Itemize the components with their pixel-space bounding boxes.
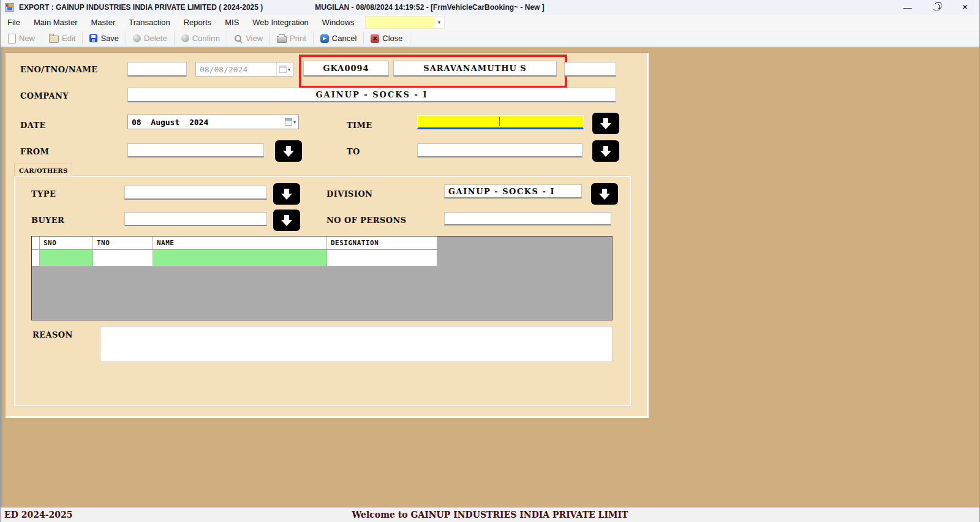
toolbar-separator — [313, 32, 314, 45]
eno-input[interactable] — [127, 62, 187, 77]
to-dropdown-button[interactable] — [592, 140, 619, 162]
tab-car-others[interactable]: CAR/OTHERS — [14, 164, 72, 176]
reason-input[interactable] — [100, 326, 612, 362]
view-magnifier-icon — [234, 34, 243, 43]
grid-cell-tno[interactable] — [93, 250, 153, 267]
type-input[interactable] — [124, 186, 267, 200]
toolbar-separator — [126, 32, 126, 45]
menu-bar: File Main Master Master Transaction Repo… — [1, 15, 979, 30]
from-dropdown-button[interactable] — [275, 140, 302, 162]
type-dropdown-button[interactable] — [273, 183, 300, 205]
delete-orb-icon — [133, 34, 141, 42]
division-dropdown-button[interactable] — [591, 183, 618, 205]
app-form-icon — [5, 3, 14, 12]
new-button[interactable]: New — [3, 32, 40, 45]
window-selector-combo[interactable]: ▾ — [365, 16, 445, 29]
view-button[interactable]: View — [229, 32, 268, 44]
date-label: DATE — [20, 121, 46, 130]
time-input[interactable] — [417, 115, 584, 129]
grid-row-header — [32, 250, 40, 267]
restore-icon — [933, 4, 940, 10]
toolbar: New Edit Save Delete Confirm View Print … — [1, 30, 979, 47]
time-label: TIME — [347, 121, 372, 130]
grid-column-sno: SNO — [40, 236, 93, 250]
calendar-icon — [279, 66, 287, 73]
menu-web-integration[interactable]: Web Integration — [246, 16, 315, 29]
cancel-button[interactable]: Cancel — [315, 32, 361, 44]
menu-file[interactable]: File — [1, 16, 27, 29]
print-button[interactable]: Print — [272, 32, 311, 44]
close-button[interactable]: ×Close — [366, 32, 407, 44]
cancel-arrow-icon — [320, 34, 329, 43]
down-arrow-icon — [279, 187, 294, 202]
toolbar-separator — [82, 32, 83, 45]
restore-button[interactable] — [922, 0, 951, 15]
travel-date-value: 08 August 2024 — [128, 118, 282, 127]
down-arrow-icon — [279, 213, 294, 228]
travel-date-picker[interactable]: 08 August 2024 ▾ — [127, 115, 299, 129]
title-bar: EXPORT : GAINUP INDUSTRIES INDIA PRIVATE… — [1, 0, 979, 15]
menu-transaction[interactable]: Transaction — [122, 16, 176, 29]
grid-cell-sno[interactable] — [40, 250, 93, 267]
down-arrow-icon — [281, 144, 296, 159]
dropdown-arrow-icon: ▾ — [288, 67, 290, 72]
print-printer-icon — [277, 36, 287, 43]
buyer-input[interactable] — [124, 212, 267, 226]
company-field[interactable]: GAINUP - SOCKS - I — [127, 88, 616, 102]
close-window-button[interactable]: × — [951, 0, 979, 15]
toolbar-separator — [227, 32, 227, 45]
minimize-button[interactable]: — — [893, 0, 922, 15]
tab-car-others-label: CAR/OTHERS — [19, 167, 67, 174]
employee-code-field[interactable]: GKA0094 — [303, 61, 389, 77]
time-dropdown-button[interactable] — [592, 113, 619, 134]
type-label: TYPE — [31, 189, 56, 199]
grid-data-row — [32, 250, 612, 267]
menu-reports[interactable]: Reports — [177, 16, 219, 29]
from-label: FROM — [20, 147, 49, 156]
menu-mis[interactable]: MIS — [218, 16, 246, 29]
save-button-label: Save — [100, 34, 119, 43]
grid-cell-name[interactable] — [153, 250, 327, 267]
combo-dropdown-icon[interactable]: ▾ — [435, 17, 444, 28]
calendar-dropdown[interactable]: ▾ — [276, 62, 293, 76]
toolbar-separator — [174, 32, 175, 45]
calendar-dropdown[interactable]: ▾ — [282, 115, 298, 129]
grid-column-designation: DESIGNATION — [327, 236, 437, 250]
division-label: DIVISION — [326, 189, 372, 199]
persons-grid[interactable]: SNO TNO NAME DESIGNATION — [31, 236, 612, 320]
edit-button[interactable]: Edit — [44, 32, 80, 44]
menu-main-master[interactable]: Main Master — [27, 16, 85, 29]
grid-row-filler — [437, 250, 612, 267]
vehicle-car-booking-form: ENO/TNO/NAME 08/08/2024 ▾ GKA0094 SARAVA… — [6, 52, 649, 418]
booking-date-picker[interactable]: 08/08/2024 ▾ — [195, 62, 293, 77]
grid-header-row: SNO TNO NAME DESIGNATION — [32, 236, 612, 250]
close-button-label: Close — [382, 34, 402, 43]
division-input[interactable]: GAINUP - SOCKS - I — [444, 184, 582, 199]
car-others-tab-panel: TYPE DIVISION GAINUP - SOCKS - I BUYER N… — [14, 176, 631, 406]
menu-master[interactable]: Master — [84, 16, 122, 29]
toolbar-separator — [42, 32, 42, 45]
toolbar-separator — [410, 32, 410, 45]
to-label: TO — [347, 147, 360, 156]
confirm-button[interactable]: Confirm — [176, 32, 225, 44]
app-window: EXPORT : GAINUP INDUSTRIES INDIA PRIVATE… — [0, 0, 980, 522]
cancel-button-label: Cancel — [332, 34, 356, 43]
text-caret — [499, 117, 500, 126]
status-bar: ED 2024-2025 Welcome to GAINUP INDUSTRIE… — [1, 507, 979, 522]
close-x-icon: × — [371, 34, 379, 43]
save-button[interactable]: Save — [85, 32, 124, 44]
eno-extra-field[interactable] — [564, 62, 616, 77]
confirm-orb-icon — [181, 34, 189, 42]
down-arrow-icon — [597, 187, 612, 202]
to-input[interactable] — [417, 143, 582, 157]
buyer-dropdown-button[interactable] — [273, 210, 300, 231]
employee-name-field[interactable]: SARAVANAMUTHU S — [393, 61, 557, 77]
toolbar-separator — [270, 32, 270, 45]
employee-name-value: SARAVANAMUTHU S — [423, 64, 527, 73]
delete-button[interactable]: Delete — [128, 32, 172, 44]
buyer-label: BUYER — [31, 216, 64, 225]
grid-cell-designation[interactable] — [327, 250, 437, 267]
from-input[interactable] — [127, 143, 264, 157]
no-of-persons-input[interactable] — [444, 212, 611, 225]
menu-windows[interactable]: Windows — [315, 16, 361, 29]
